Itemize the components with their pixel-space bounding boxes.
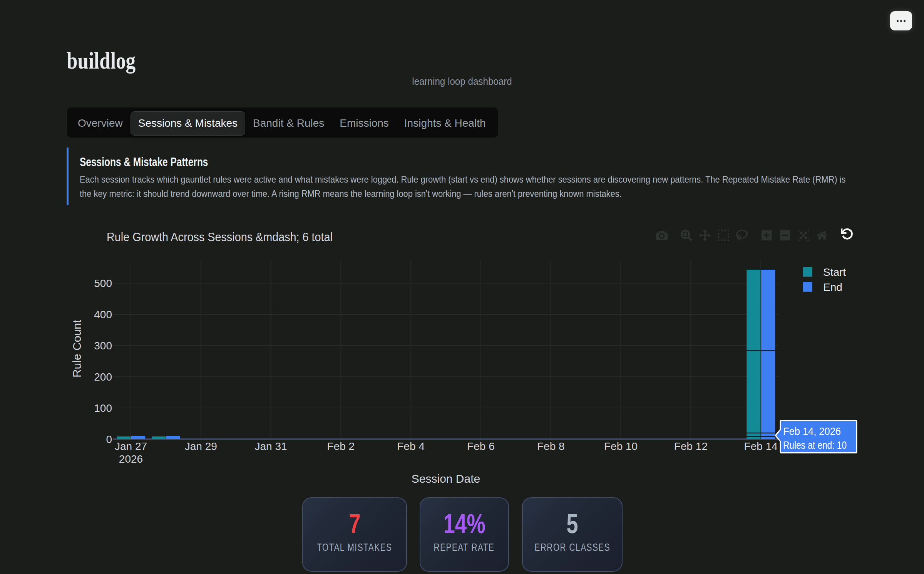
svg-text:Feb 10: Feb 10 [604,440,638,452]
svg-text:0: 0 [106,433,112,445]
svg-text:Jan 31: Jan 31 [255,440,287,452]
svg-text:2026: 2026 [119,453,143,465]
svg-text:Jan 29: Jan 29 [185,440,217,452]
svg-text:Rule Growth Across Sessions &m: Rule Growth Across Sessions &mdash; 6 to… [107,230,333,244]
svg-text:Start: Start [823,266,846,278]
svg-text:End: End [823,281,842,293]
svg-text:Feb 8: Feb 8 [537,440,565,452]
svg-text:Jan 27: Jan 27 [115,440,147,452]
svg-text:200: 200 [94,371,112,383]
svg-text:Feb 12: Feb 12 [674,440,708,452]
svg-text:Rule Count: Rule Count [70,319,83,378]
svg-text:Feb 2: Feb 2 [327,440,355,452]
svg-text:Feb 4: Feb 4 [397,440,425,452]
svg-text:300: 300 [94,340,112,352]
svg-text:400: 400 [94,309,112,321]
svg-text:Rules at end: 10: Rules at end: 10 [783,439,847,451]
svg-text:Feb 14, 2026: Feb 14, 2026 [783,425,841,437]
svg-text:Feb 14: Feb 14 [744,440,778,452]
svg-text:500: 500 [94,277,112,289]
svg-text:Feb 6: Feb 6 [467,440,495,452]
svg-text:100: 100 [94,402,112,414]
svg-text:Session Date: Session Date [412,472,480,485]
